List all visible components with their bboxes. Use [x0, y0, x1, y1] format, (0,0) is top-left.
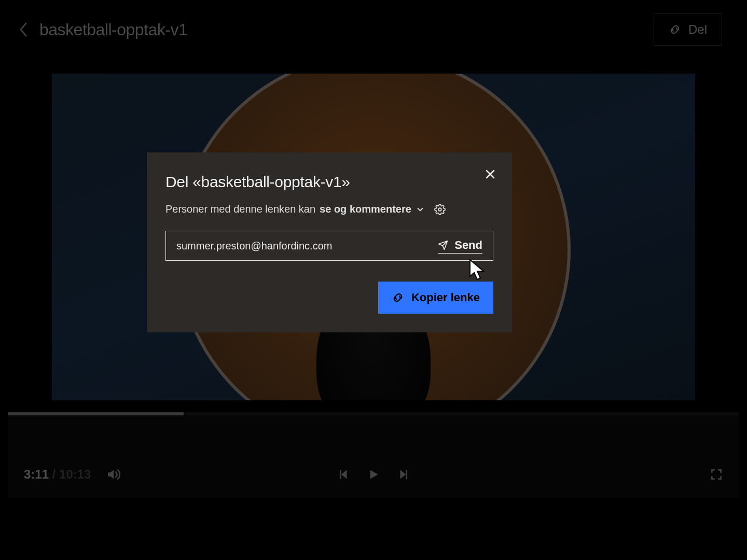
send-button-label: Send	[454, 239, 482, 252]
permission-mode[interactable]: se og kommentere	[320, 203, 411, 215]
modal-title: Del «basketball-opptak-v1»	[165, 173, 493, 191]
permission-prefix: Personer med denne lenken kan	[165, 203, 315, 215]
link-icon	[392, 291, 404, 304]
permission-row: Personer med denne lenken kan se og komm…	[165, 203, 493, 215]
gear-icon[interactable]	[434, 204, 446, 215]
copy-link-label: Kopier lenke	[411, 291, 480, 304]
share-modal: Del «basketball-opptak-v1» Personer med …	[147, 152, 512, 332]
send-button[interactable]: Send	[438, 239, 482, 254]
email-field-container: Send	[165, 231, 493, 261]
email-field[interactable]	[176, 240, 438, 252]
close-icon[interactable]	[484, 168, 496, 180]
svg-point-0	[438, 208, 441, 211]
paper-plane-icon	[438, 240, 448, 250]
copy-link-button[interactable]: Kopier lenke	[378, 282, 493, 314]
chevron-down-icon[interactable]	[416, 205, 425, 214]
